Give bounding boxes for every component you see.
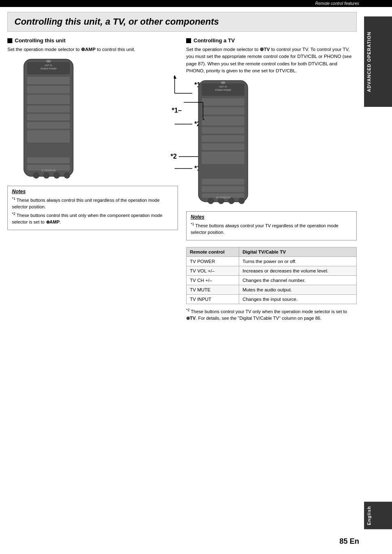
- right-section-text: Set the operation mode selector to ⊛TV t…: [186, 46, 357, 74]
- sidebar-bottom-label: English: [367, 506, 371, 525]
- table-row: TV POWERTurns the power on or off.: [187, 256, 357, 266]
- right-arrow2-svg: [177, 150, 199, 163]
- sidebar-label: ADVANCED OPERATION: [367, 31, 371, 92]
- svg-point-37: [208, 198, 214, 204]
- left-notes-content: *1 These buttons always control this uni…: [12, 196, 173, 225]
- two-column-layout: Controlling this unit Set the operation …: [7, 37, 357, 321]
- bullet-icon: [7, 38, 12, 43]
- svg-rect-26: [202, 98, 244, 106]
- right-remote-svg: ⊛YAMAHA UNIT AV POWER POWER: [194, 78, 252, 206]
- table-row: TV CH +/–Changes the channel number.: [187, 275, 357, 285]
- table-cell-tv: Changes the input source.: [239, 294, 357, 304]
- left-arrow3-svg: [174, 162, 194, 175]
- title-box: Controlling this unit, a TV, or other co…: [7, 12, 357, 32]
- page-title: Controlling this unit, a TV, or other co…: [14, 16, 350, 27]
- svg-point-39: [228, 198, 234, 204]
- svg-rect-4: [27, 95, 70, 104]
- table-cell-remote: TV MUTE: [187, 285, 239, 294]
- left-arrow1-svg: [174, 73, 194, 97]
- table-header-remote: Remote control: [187, 247, 239, 256]
- left-section-heading: Controlling this unit: [7, 37, 178, 44]
- tv-table: Remote control Digital TV/Cable TV TV PO…: [186, 247, 357, 304]
- svg-rect-6: [27, 114, 70, 120]
- tv-mode-symbol: ⊛TV: [260, 47, 270, 52]
- svg-rect-34: [202, 179, 244, 185]
- svg-text:POWER POWER: POWER POWER: [40, 67, 57, 70]
- svg-text:⊛YAMAHA: ⊛YAMAHA: [216, 196, 230, 199]
- right-notes-label: Notes: [191, 214, 352, 220]
- top-bar-text: Remote control features: [315, 1, 359, 6]
- svg-rect-33: [202, 166, 244, 177]
- svg-rect-5: [27, 106, 70, 112]
- left-notes-label: Notes: [12, 189, 173, 194]
- svg-text:UNIT AV: UNIT AV: [219, 85, 228, 88]
- right-annotation-1: *1–: [172, 107, 182, 114]
- svg-point-17: [46, 60, 51, 62]
- svg-point-15: [64, 173, 70, 178]
- right-notes-content: *1 These buttons always control your TV …: [191, 222, 352, 236]
- table-row: TV VOL +/–Increases or decreases the vol…: [187, 266, 357, 275]
- tv-table-body: TV POWERTurns the power on or off.TV VOL…: [187, 256, 357, 304]
- top-bar: Remote control features: [0, 0, 392, 7]
- page-number: 85 En: [339, 537, 359, 546]
- svg-rect-9: [27, 144, 70, 156]
- svg-rect-3: [27, 86, 70, 93]
- table-cell-remote: TV POWER: [187, 256, 239, 266]
- left-section-text: Set the operation mode selector to ⊛AMP …: [7, 46, 178, 53]
- svg-point-12: [33, 173, 39, 178]
- svg-rect-10: [27, 157, 70, 163]
- svg-text:POWER POWER: POWER POWER: [215, 89, 231, 91]
- english-sidebar: English: [364, 502, 392, 529]
- left-column: Controlling this unit Set the operation …: [7, 37, 178, 321]
- svg-point-14: [54, 173, 60, 178]
- svg-rect-31: [202, 143, 244, 150]
- table-cell-tv: Turns the power on or off.: [239, 256, 357, 266]
- table-cell-tv: Increases or decreases the volume level.: [239, 266, 357, 275]
- table-row: TV INPUTChanges the input source.: [187, 294, 357, 304]
- svg-rect-32: [202, 152, 244, 164]
- right-annotation-2-wrapper: *2: [171, 150, 199, 163]
- svg-rect-7: [27, 122, 70, 129]
- left-note-2: *2 These buttons control this unit only …: [12, 211, 173, 226]
- table-cell-remote: TV INPUT: [187, 294, 239, 304]
- svg-rect-29: [202, 127, 244, 134]
- right-bullet-icon: [186, 38, 191, 43]
- table-cell-tv: Changes the channel number.: [239, 275, 357, 285]
- table-cell-remote: TV CH +/–: [187, 275, 239, 285]
- svg-rect-28: [202, 116, 244, 125]
- svg-text:UNIT AV: UNIT AV: [45, 64, 53, 67]
- right-arrow1-svg: [182, 98, 204, 123]
- table-cell-remote: TV VOL +/–: [187, 266, 239, 275]
- main-content: Controlling this unit, a TV, or other co…: [0, 7, 364, 325]
- table-header-tv: Digital TV/Cable TV: [239, 247, 357, 256]
- svg-text:⊛YAMAHA: ⊛YAMAHA: [41, 169, 55, 172]
- amp-mode-2: ⊛AMP: [46, 219, 60, 224]
- svg-point-38: [218, 198, 224, 204]
- svg-rect-27: [202, 107, 244, 115]
- svg-point-40: [239, 198, 244, 204]
- right-remote-wrapper: ⊛YAMAHA UNIT AV POWER POWER *1–: [194, 78, 357, 207]
- right-annotation-2: *2: [171, 153, 177, 160]
- svg-point-42: [221, 81, 226, 84]
- right-footnote: *2 These buttons control your TV only wh…: [186, 307, 357, 322]
- advanced-operation-sidebar: ADVANCED OPERATION: [364, 16, 392, 107]
- left-remote-svg: ⊛YAMAHA UNIT AV POWER POWER: [20, 57, 77, 180]
- tv-mode-footnote: ⊛TV: [186, 316, 196, 321]
- right-column: Controlling a TV Set the operation mode …: [186, 37, 357, 321]
- left-notes-box: Notes *1 These buttons always control th…: [7, 186, 178, 230]
- left-remote-svg-container: ⊛YAMAHA UNIT AV POWER POWER: [20, 57, 178, 182]
- right-note-1: *1 These buttons always control your TV …: [191, 222, 352, 236]
- svg-rect-30: [202, 135, 244, 142]
- left-heading-text: Controlling this unit: [15, 37, 65, 44]
- amp-mode-symbol: ⊛AMP: [81, 47, 96, 52]
- left-note-1: *1 These buttons always control this uni…: [12, 196, 173, 210]
- table-cell-tv: Mutes the audio output.: [239, 285, 357, 294]
- svg-rect-8: [27, 130, 70, 143]
- right-annotation-1-wrapper: *1–: [172, 98, 204, 123]
- right-remote-svg-container: ⊛YAMAHA UNIT AV POWER POWER *1–: [194, 78, 357, 207]
- right-notes-box: Notes *1 These buttons always control yo…: [186, 211, 357, 240]
- right-section-heading: Controlling a TV: [186, 37, 357, 44]
- right-heading-text: Controlling a TV: [194, 37, 235, 44]
- svg-rect-35: [202, 186, 244, 192]
- table-row: TV MUTEMutes the audio output.: [187, 285, 357, 294]
